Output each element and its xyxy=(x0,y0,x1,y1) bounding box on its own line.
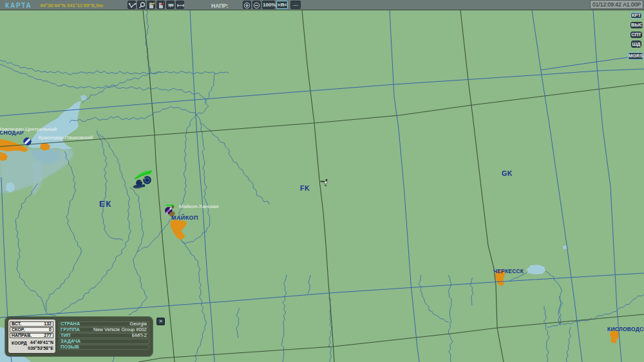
svg-text:Краснодар-Пашковский: Краснодар-Пашковский xyxy=(39,135,93,140)
svg-text:Краснодар-Центральный: Краснодар-Центральный xyxy=(0,126,57,132)
svg-text:КИСЛОВОДСК: КИСЛОВОДСК xyxy=(607,326,644,332)
svg-text:ЕК: ЕК xyxy=(99,199,112,209)
svg-text:Майкоп-Ханская: Майкоп-Ханская xyxy=(179,204,218,209)
svg-text:GK: GK xyxy=(502,169,513,177)
svg-text:МАЙКОП: МАЙКОП xyxy=(171,214,198,221)
svg-text:FK: FK xyxy=(300,184,310,192)
svg-text:ЧЕРКЕССК: ЧЕРКЕССК xyxy=(493,268,524,274)
